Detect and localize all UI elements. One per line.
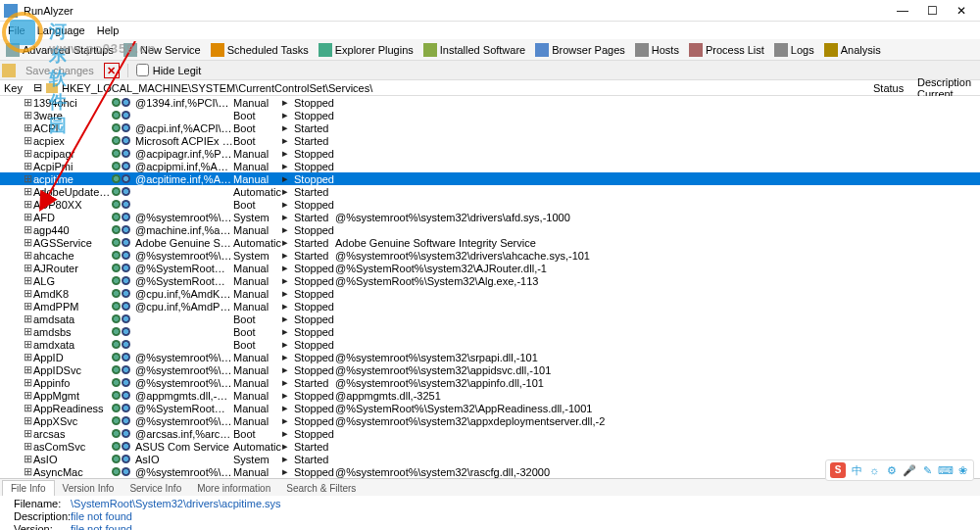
expand-icon[interactable]: ⊞ [24,402,33,414]
expand-icon[interactable]: ⊞ [24,465,33,478]
list-item[interactable]: ⊞ALG@%SystemRoot%\sy…Manual▸Stopped@%Sys… [0,274,980,287]
list-item[interactable]: ⊞AcpiPmi@acpipmi.inf,%Acpi…Manual▸Stoppe… [0,160,980,172]
maximize-button[interactable]: ☐ [917,1,947,21]
expand-icon[interactable]: ⊞ [24,172,33,185]
list-item[interactable]: ⊞Appinfo@%systemroot%\sys…Manual▸Started… [0,376,980,389]
list-item[interactable]: ⊞AFD@%systemroot%\sys…System▸Started@%sy… [0,211,980,223]
expand-icon[interactable]: ⊞ [24,313,33,325]
list-item[interactable]: ⊞amdsataBoot▸Stopped [0,313,980,325]
list-item[interactable]: ⊞1394ohci@1394.inf,%PCI\CC_…Manual▸Stopp… [0,96,980,109]
delete-button[interactable]: ✕ [104,63,120,78]
expand-icon[interactable]: ⊞ [24,363,33,376]
list-item[interactable]: ⊞acpitime@acpitime.inf,%Acp…Manual▸Stopp… [0,172,980,185]
list-item[interactable]: ⊞AppIDSvc@%systemroot%\sys…Manual▸Stoppe… [0,363,980,376]
expand-icon[interactable]: ⊞ [24,109,33,121]
col-key[interactable]: Key [4,82,33,94]
list-item[interactable]: ⊞ADP80XXBoot▸Stopped [0,198,980,211]
toolbar-btn-browser-pages[interactable]: Browser Pages [531,42,629,58]
service-startup: Automatic [233,186,282,198]
expand-icon[interactable]: ⊞ [24,160,33,172]
close-button[interactable]: ✕ [947,1,976,21]
tree-expand-icon[interactable]: ⊟ [33,81,42,94]
menu-help[interactable]: Help [91,24,125,37]
expand-icon[interactable]: ⊞ [24,376,33,389]
list-item[interactable]: ⊞arcsas@arcsas.inf,%arcsas_…Boot▸Stopped [0,427,980,440]
expand-icon[interactable]: ⊞ [24,249,33,262]
toolbar-btn-logs[interactable]: Logs [770,42,818,58]
list-item[interactable]: ⊞amdxataBoot▸Stopped [0,338,980,351]
expand-icon[interactable]: ⊞ [24,147,33,160]
list-item[interactable]: ⊞AmdK8@cpu.inf,%AmdK8.S…Manual▸Stopped [0,287,980,300]
list-item[interactable]: ⊞ahcache@%systemroot%\sys…System▸Started… [0,249,980,262]
tab-search-filters[interactable]: Search & Filters [278,481,364,496]
expand-icon[interactable]: ⊞ [24,185,33,198]
expand-icon[interactable]: ⊞ [24,121,33,134]
tab-service-info[interactable]: Service Info [122,481,189,496]
expand-icon[interactable]: ⊞ [24,389,33,402]
service-icons [112,98,135,107]
expand-icon[interactable]: ⊞ [24,262,33,274]
list-item[interactable]: ⊞AdobeUpdateServiceAutomatic▸Started [0,185,980,198]
toolbar-btn-advanced-startups[interactable]: Advanced Startups [2,42,118,58]
expand-icon[interactable]: ⊞ [24,274,33,287]
ime-btn-0[interactable]: 中 [850,463,863,478]
ime-btn-5[interactable]: ⌨ [938,464,952,477]
expand-icon[interactable]: ⊞ [24,351,33,363]
list-item[interactable]: ⊞ACPI@acpi.inf,%ACPI\…Boot▸Started [0,121,980,134]
expand-icon[interactable]: ⊞ [24,134,33,147]
expand-icon[interactable]: ⊞ [24,96,33,109]
list-item[interactable]: ⊞asComSvcASUS Com ServiceAutomatic▸Start… [0,440,980,453]
expand-icon[interactable]: ⊞ [24,287,33,300]
toolbar-btn-hosts[interactable]: Hosts [631,42,683,58]
ime-btn-6[interactable]: ❀ [956,464,969,477]
expand-icon[interactable]: ⊞ [24,338,33,351]
list-item[interactable]: ⊞AppID@%systemroot%\sys…Manual▸Stopped@%… [0,351,980,363]
toolbar-btn-scheduled-tasks[interactable]: Scheduled Tasks [207,42,313,58]
list-item[interactable]: ⊞AGSServiceAdobe Genuine Soft…Automatic▸… [0,236,980,249]
list-item[interactable]: ⊞acpipagr@acpipagr.inf,%Pg…Manual▸Stoppe… [0,147,980,160]
toolbar-btn-explorer-plugins[interactable]: Explorer Plugins [315,42,417,58]
tab-version-info[interactable]: Version Info [55,481,122,496]
save-changes-button[interactable]: Save changes [20,64,100,77]
toolbar-btn-analysis[interactable]: Analysis [820,42,885,58]
ime-toolbar[interactable]: S 中 ☼ ⚙ 🎤 ✎ ⌨ ❀ [825,459,974,481]
list-item[interactable]: ⊞AppXSvc@%systemroot%\sys…Manual▸Stopped… [0,414,980,427]
list-item[interactable]: ⊞3wareBoot▸Stopped [0,109,980,121]
menu-language[interactable]: Language [31,24,91,37]
service-list[interactable]: ⊞1394ohci@1394.inf,%PCI\CC_…Manual▸Stopp… [0,96,980,478]
expand-icon[interactable]: ⊞ [24,300,33,313]
list-item[interactable]: ⊞AJRouter@%SystemRoot%\sy…Manual▸Stopped… [0,262,980,274]
toolbar-btn-installed-software[interactable]: Installed Software [419,42,529,58]
list-item[interactable]: ⊞AppReadiness@%SystemRoot%\sy…Manual▸Sto… [0,402,980,414]
expand-icon[interactable]: ⊞ [24,211,33,223]
menu-file[interactable]: File [2,24,31,37]
ime-btn-1[interactable]: ☼ [867,464,881,476]
ime-btn-3[interactable]: 🎤 [903,464,916,477]
toolbar-btn-new-service[interactable]: New Service [120,42,205,58]
expand-icon[interactable]: ⊞ [24,414,33,427]
list-item[interactable]: ⊞AmdPPM@cpu.inf,%AmdPP…Manual▸Stopped [0,300,980,313]
expand-icon[interactable]: ⊞ [24,440,33,453]
col-status[interactable]: Status [873,82,907,94]
list-item[interactable]: ⊞agp440@machine.inf,%agp…Manual▸Stopped [0,223,980,236]
service-state: Started [294,186,335,198]
expand-icon[interactable]: ⊞ [24,325,33,338]
ime-btn-2[interactable]: ⚙ [885,464,899,477]
tab-file-info[interactable]: File Info [2,480,55,496]
play-icon: ▸ [282,287,294,300]
expand-icon[interactable]: ⊞ [24,198,33,211]
expand-icon[interactable]: ⊞ [24,453,33,465]
service-state: Started [294,377,335,389]
list-item[interactable]: ⊞acpiexMicrosoft ACPIEx Dri…Boot▸Started [0,134,980,147]
expand-icon[interactable]: ⊞ [24,236,33,249]
hide-legit-checkbox[interactable] [136,64,149,76]
list-item[interactable]: ⊞AppMgmt@appmgmts.dll,-3250Manual▸Stoppe… [0,389,980,402]
ime-btn-4[interactable]: ✎ [920,464,934,477]
list-item[interactable]: ⊞amdsbsBoot▸Stopped [0,325,980,338]
expand-icon[interactable]: ⊞ [24,223,33,236]
minimize-button[interactable]: — [888,1,917,21]
service-file: Adobe Genuine Soft… [135,237,233,249]
expand-icon[interactable]: ⊞ [24,427,33,440]
tab-more-info[interactable]: More information [189,481,278,496]
toolbar-btn-process-list[interactable]: Process List [685,42,768,58]
